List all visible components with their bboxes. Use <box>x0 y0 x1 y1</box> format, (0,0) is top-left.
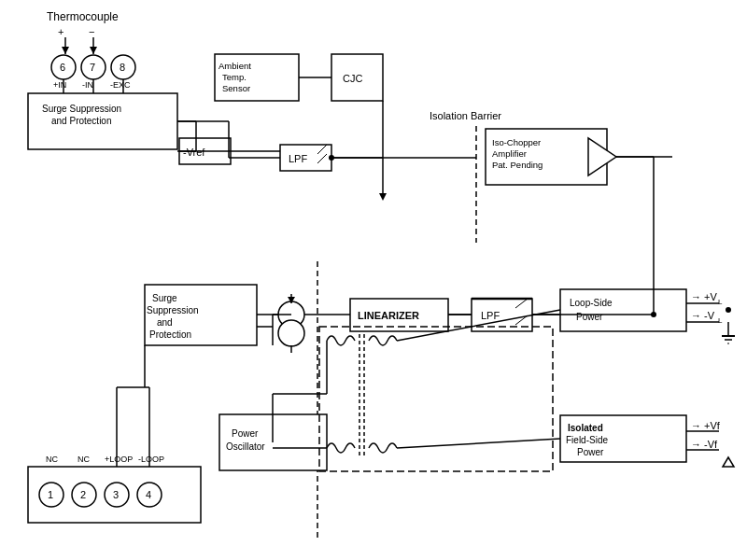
loop-side-label2: Power <box>576 312 603 322</box>
ambient-label2: Temp. <box>222 72 247 82</box>
pin4-label: 4 <box>146 489 151 500</box>
nc2-label: NC <box>78 455 90 464</box>
pin2-label: 2 <box>80 489 86 500</box>
field-side-label2: Field-Side <box>566 435 608 445</box>
nc1-label: NC <box>46 455 58 464</box>
pin7-label: 7 <box>90 62 95 73</box>
tc-minus: − <box>89 26 94 37</box>
loop-pos-label: +LOOP <box>105 455 133 464</box>
vref-label: -Vref <box>183 147 205 158</box>
ambient-label3: Sensor <box>222 83 250 93</box>
surge-suppression-top-label1: Surge Suppression <box>42 104 121 114</box>
vf-neg-label: → -Vf <box>691 439 718 450</box>
pin3-label: 3 <box>113 489 119 500</box>
pin1-label: 1 <box>48 489 53 500</box>
surge-bottom-label4: Protection <box>149 329 191 340</box>
pin6-label: 6 <box>60 62 65 73</box>
tc-plus: + <box>58 26 63 37</box>
isochopper-label1: Iso-Chopper <box>492 137 541 147</box>
surge-bottom-label2: Suppression <box>147 305 199 315</box>
vf-pos-label: → +Vf <box>691 420 721 431</box>
pin8-sublabel: -EXC <box>110 80 131 90</box>
surge-bottom-label3: and <box>157 317 173 328</box>
pin8-label: 8 <box>120 62 125 73</box>
surge-bottom-label1: Surge <box>152 293 177 303</box>
vl-pos-label: → +V <box>691 291 717 302</box>
isochopper-label3: Pat. Pending <box>492 160 543 170</box>
vl-neg-subscript: L <box>718 316 723 325</box>
thermocouple-label: Thermocouple <box>47 10 119 23</box>
lpf-bottom-label: LPF <box>481 310 500 321</box>
loop-neg-label: -LOOP <box>138 455 164 464</box>
main-junction <box>651 312 656 317</box>
loop-side-power-box <box>560 289 686 331</box>
lpf-top-label: LPF <box>289 153 307 164</box>
pin6-sublabel: +IN <box>53 80 66 90</box>
vl-junction-dot <box>726 307 731 313</box>
transformer-circle-bottom <box>278 320 304 346</box>
cjc-label: CJC <box>343 73 362 84</box>
isolation-barrier-label: Isolation Barrier <box>430 110 501 121</box>
linearizer-label: LINEARIZER <box>358 310 419 321</box>
vl-neg-label: → -V <box>691 310 715 321</box>
field-side-label1: Isolated <box>568 423 603 433</box>
loop-side-label1: Loop-Side <box>570 298 613 308</box>
field-side-label3: Power <box>577 447 604 457</box>
ambient-label1: Ambient <box>218 61 251 71</box>
vl-pos-subscript: L <box>718 298 723 306</box>
pin7-sublabel: -IN <box>82 80 93 90</box>
block-diagram: Thermocouple + − 6 7 8 +IN -IN -EXC Surg… <box>0 0 747 560</box>
isochopper-label2: Amplifier <box>492 148 527 159</box>
surge-suppression-top-label2: and Protection <box>51 116 112 126</box>
power-osc-label2: Oscillator <box>226 441 265 452</box>
power-osc-label1: Power <box>232 428 259 439</box>
